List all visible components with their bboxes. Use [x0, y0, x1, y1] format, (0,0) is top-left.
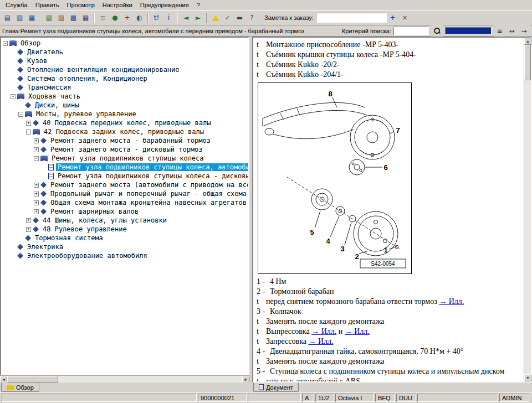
- expand-icon[interactable]: +: [26, 121, 31, 126]
- expand-icon[interactable]: +: [34, 209, 39, 214]
- menu-warnings[interactable]: Предупреждения: [136, 1, 193, 9]
- illustration-link[interactable]: → Илл.: [308, 337, 333, 345]
- tree-item[interactable]: Система отопления, Кондиционер: [1, 74, 248, 83]
- expand-icon[interactable]: +: [34, 138, 39, 143]
- tab-overview[interactable]: Обзор: [1, 383, 39, 392]
- search-button[interactable]: [431, 25, 443, 37]
- illustration-link[interactable]: → Илл.: [345, 327, 370, 335]
- help-icon[interactable]: ?: [246, 12, 258, 24]
- catalog-icon[interactable]: ▦: [80, 12, 91, 24]
- table-icon[interactable]: ≡: [97, 12, 109, 24]
- glyph: ?: [250, 14, 253, 21]
- tree-item[interactable]: Электрооборудование автомобиля: [1, 251, 248, 260]
- navigation-pane: -ОбзорДвигательКузовОтопление-вентиляция…: [0, 37, 249, 392]
- tree-item[interactable]: +Продольный рычаг и поперечный рычаг - о…: [1, 189, 248, 198]
- tree-item[interactable]: +40 Подвеска передних колес, приводные в…: [1, 118, 248, 127]
- collapse-icon[interactable]: -: [11, 94, 16, 99]
- tree-item[interactable]: Кузов: [1, 56, 248, 65]
- tree-item[interactable]: -Обзор: [1, 39, 248, 48]
- folder-icon: [7, 385, 14, 390]
- tree-item[interactable]: +48 Рулевое управление: [1, 225, 248, 234]
- globe-icon[interactable]: ◐: [134, 12, 145, 24]
- tree-item[interactable]: Отопление-вентиляция-кондиционирование: [1, 65, 248, 74]
- doc-line: 1 -4 Нм: [257, 277, 520, 287]
- hscroll-track[interactable]: [58, 376, 242, 383]
- nav-back-icon[interactable]: ◄: [180, 12, 192, 24]
- order-new-icon[interactable]: ▤: [2, 12, 13, 24]
- scroll-down-icon[interactable]: ▼: [524, 374, 531, 381]
- info-icon[interactable]: i: [163, 12, 175, 24]
- tree-item[interactable]: +Ремонт заднего моста - дисковый тормоз: [1, 145, 248, 154]
- tree-item[interactable]: Диски, шины: [1, 101, 248, 110]
- doc-list-icon[interactable]: ▩: [68, 12, 79, 24]
- note-clear-icon[interactable]: ×: [399, 12, 411, 24]
- tree-item[interactable]: +Ремонт шарнирных валов: [1, 207, 248, 216]
- doc-text-segment: Выпрессовка: [266, 327, 311, 335]
- collapse-icon[interactable]: -: [3, 41, 8, 46]
- vscroll-thumb[interactable]: [524, 45, 531, 80]
- illustration-link[interactable]: → Илл.: [439, 297, 464, 306]
- hscroll-thumb[interactable]: [7, 376, 58, 383]
- search-criterion-input[interactable]: [393, 27, 429, 35]
- doc-text: Ступица колеса с подшипником ступицы кол…: [270, 366, 504, 376]
- tree-item[interactable]: -42 Подвеска задних колес, приводные вал…: [1, 127, 248, 136]
- expand-icon[interactable]: +: [34, 192, 39, 197]
- tree-item[interactable]: +Ремонт заднего моста - барабанный тормо…: [1, 136, 248, 145]
- order-save-icon[interactable]: ▦: [26, 12, 38, 24]
- next-doc-icon[interactable]: →: [518, 25, 530, 37]
- approve-icon[interactable]: ✓: [222, 12, 233, 24]
- doc-text: Колпачок: [270, 307, 301, 317]
- doc-edit-icon[interactable]: ▧: [43, 12, 55, 24]
- menu-settings[interactable]: Настройки: [99, 1, 136, 9]
- tree-item-label: Ходовая часть: [27, 92, 82, 100]
- expand-icon[interactable]: +: [34, 183, 39, 188]
- doc-copy-icon[interactable]: ▨: [55, 12, 67, 24]
- tree-item[interactable]: -Ходовая часть: [1, 92, 248, 101]
- note-add-icon[interactable]: +: [387, 12, 398, 24]
- toolbar-note-buttons: +×: [387, 12, 411, 24]
- tree-item-label: 40 Подвеска передних колес, приводные ва…: [41, 119, 212, 127]
- warning-icon[interactable]: [209, 12, 221, 24]
- expand-icon[interactable]: +: [26, 227, 31, 232]
- expand-icon[interactable]: +: [34, 200, 39, 205]
- page-width-icon[interactable]: ↔: [506, 25, 518, 37]
- nav-forward-icon[interactable]: ►: [192, 12, 204, 24]
- tab-document[interactable]: Документ: [253, 383, 299, 392]
- tree-item-label: Система отопления, Кондиционер: [25, 75, 149, 82]
- tree-item-label: Мосты, рулевое управление: [34, 110, 138, 118]
- tree-item-label: Ремонт шарнирных валов: [49, 208, 140, 215]
- illustration-link[interactable]: → Илл.: [311, 327, 336, 335]
- text-note-icon[interactable]: t!: [151, 12, 162, 24]
- history-icon[interactable]: ●: [109, 12, 121, 24]
- collapse-icon[interactable]: -: [34, 156, 39, 161]
- menu-service[interactable]: Служба: [2, 1, 32, 9]
- tree-item[interactable]: -Мосты, рулевое управление: [1, 110, 248, 118]
- order-open-icon[interactable]: ▥: [14, 12, 25, 24]
- tree-item[interactable]: +Общая схема монтажа кронштейна навесных…: [1, 198, 248, 207]
- scroll-up-icon[interactable]: ▲: [524, 38, 531, 45]
- tree-item[interactable]: Трансмиссия: [1, 83, 248, 92]
- collapse-icon[interactable]: -: [26, 130, 31, 135]
- tree-item-label: Электрооборудование автомобиля: [25, 252, 149, 260]
- parts-legend: 1 -4 Нм2 -Тормозной барабанtперед снятие…: [257, 277, 520, 381]
- tree-item[interactable]: +44 Шины, колеса, углы установки: [1, 216, 248, 225]
- tree-item[interactable]: Тормозная система: [1, 234, 248, 242]
- tree-item[interactable]: Ремонт узла подшипников ступицы колеса -…: [1, 172, 248, 180]
- order-note-input[interactable]: [316, 13, 387, 23]
- result-list-icon[interactable]: ≡: [494, 25, 505, 37]
- vscroll-track[interactable]: [524, 80, 531, 374]
- menu-view[interactable]: Просмотр: [63, 1, 99, 9]
- tree-item[interactable]: Ремонт узла подшипников ступицы колеса, …: [1, 163, 248, 172]
- tree-item[interactable]: Электрика: [1, 242, 248, 251]
- print-icon[interactable]: ▬: [234, 12, 245, 24]
- search-scope-indicator[interactable]: [445, 27, 492, 34]
- calc-icon[interactable]: +: [121, 12, 133, 24]
- menu-edit[interactable]: Править: [32, 1, 63, 9]
- tree-item[interactable]: -Ремонт узла подшипников ступицы колеса: [1, 154, 248, 163]
- tree-item[interactable]: Двигатель: [1, 48, 248, 56]
- collapse-icon[interactable]: -: [18, 112, 23, 117]
- menu-help[interactable]: ?: [193, 1, 204, 9]
- expand-icon[interactable]: +: [26, 218, 31, 223]
- expand-icon[interactable]: +: [34, 147, 39, 152]
- tree-item[interactable]: +Ремонт заднего моста (автомобили с прив…: [1, 180, 248, 189]
